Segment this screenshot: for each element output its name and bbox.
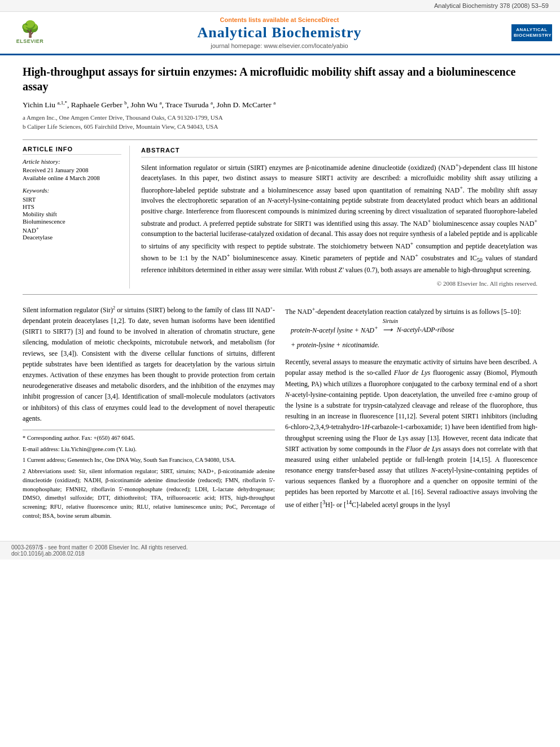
article-history-label: Article history: [23,158,121,165]
body-divider [23,294,537,295]
body-left-para1: Silent information regulator (Sir)2 or s… [23,305,275,424]
reaction-reactants: protein-N-acetyl lysine + NAD+ [291,323,378,337]
journal-header: 🌳 ELSEVIER Contents lists available at S… [0,12,560,55]
journal-citation: Analytical Biochemistry 378 (2008) 53–59 [434,2,549,9]
reaction-line-1: protein-N-acetyl lysine + NAD+ Sirtuin ⟶… [291,323,537,337]
reaction-equation: protein-N-acetyl lysine + NAD+ Sirtuin ⟶… [291,323,537,351]
page-footer: 0003-2697/$ - see front matter © 2008 El… [0,541,560,560]
abstract-heading: ABSTRACT [141,146,537,158]
abstract-text: Silent information regulator or sirtuin … [141,161,537,276]
article-info-abstract-row: ARTICLE INFO Article history: Received 2… [23,146,537,289]
elsevier-tree-icon: 🌳 [20,21,40,37]
keyword-mobility: Mobility shift [23,211,121,217]
journal-title: Analytical Biochemistry [52,24,507,41]
authors-line: Yichin Liu a,1,*, Raphaele Gerber b, Joh… [23,99,537,110]
journal-logo-right: ANALYTICALBIOCHEMISTRY [507,24,552,42]
author-names: Yichin Liu a,1,*, Raphaele Gerber b, Joh… [23,101,275,109]
reaction-product2: + protein-lysine + nicotinamide. [291,339,379,352]
keyword-sirt: SIRT [23,196,121,203]
abstract-copyright: © 2008 Elsevier Inc. All rights reserved… [141,279,537,289]
body-left-column: Silent information regulator (Sir)2 or s… [23,305,275,523]
footer-copyright: 0003-2697/$ - see front matter © 2008 El… [11,544,188,551]
header-divider [23,139,537,140]
body-right-column: The NAD+-dependent deacetylation reactio… [285,305,537,523]
footnote-current: 1 Current address; Genentech Inc, One DN… [23,456,275,465]
body-right-intro: The NAD+-dependent deacetylation reactio… [285,305,537,317]
article-info-heading: ARTICLE INFO [23,146,121,155]
reaction-product1: N-acetyl-ADP-ribose [397,324,454,337]
sciencedirect-line: Contents lists available at ScienceDirec… [52,16,507,23]
keyword-deacetylase: Deacetylase [23,234,121,241]
abstract-panel: ABSTRACT Silent information regulator or… [141,146,537,289]
footnotes-section: * Corresponding author. Fax: +(650) 467 … [23,430,275,521]
affiliations: a Amgen Inc., One Amgen Center Drive, Th… [23,113,537,132]
keyword-bioluminescence: Bioluminescence [23,218,121,225]
sciencedirect-brand[interactable]: ScienceDirect [298,16,339,23]
elsevier-brand-text: ELSEVIER [16,38,44,44]
footnote-abbreviations: 2 Abbreviations used: Sir, silent inform… [23,467,275,521]
keywords-label: Keywords: [23,187,121,194]
paper-title: High-throughput assays for sirtuin enzym… [23,64,537,94]
affiliation-b: b Caliper Life Sciences, 605 Fairchild D… [23,123,218,130]
logo-ab-title: ANALYTICALBIOCHEMISTRY [514,27,550,39]
body-right-para1: Recently, several assays to measure the … [285,357,537,510]
article-history-section: Article history: Received 21 January 200… [23,158,121,181]
analytical-biochem-logo-box: ANALYTICALBIOCHEMISTRY [511,24,552,42]
reaction-line-2: + protein-lysine + nicotinamide. [291,339,537,352]
body-content: Silent information regulator (Sir)2 or s… [23,305,537,523]
top-bar: Analytical Biochemistry 378 (2008) 53–59 [0,0,560,12]
footnote-corresponding: * Corresponding author. Fax: +(650) 467 … [23,434,275,443]
journal-homepage: journal homepage: www.elsevier.com/locat… [52,42,507,49]
keyword-nad: NAD+ [23,225,121,234]
keyword-hts: HTS [23,203,121,210]
main-content: High-throughput assays for sirtuin enzym… [0,55,560,530]
article-info-panel: ARTICLE INFO Article history: Received 2… [23,146,130,289]
received-date: Received 21 January 2008 [23,167,121,173]
reaction-arrow: Sirtuin ⟶ [383,324,392,337]
journal-center: Contents lists available at ScienceDirec… [52,16,507,49]
footnote-email: E-mail address: Liu.Yichin@gene.com (Y. … [23,445,275,454]
keywords-section: Keywords: SIRT HTS Mobility shift Biolum… [23,187,121,241]
available-date: Available online 4 March 2008 [23,174,121,181]
elsevier-logo: 🌳 ELSEVIER [8,19,52,46]
affiliation-a: a Amgen Inc., One Amgen Center Drive, Th… [23,114,223,121]
footer-doi: doi:10.1016/j.ab.2008.02.018 [11,551,85,557]
